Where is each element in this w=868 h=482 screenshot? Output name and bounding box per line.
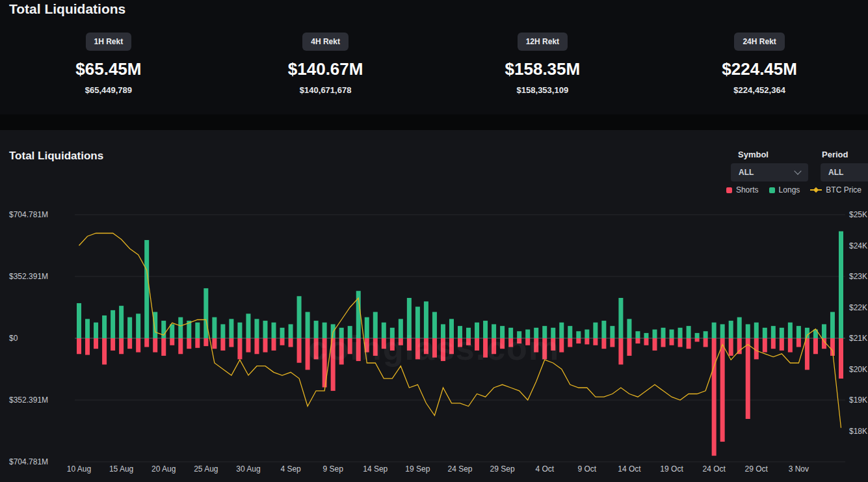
period-select-value: ALL <box>828 168 843 177</box>
chevron-down-icon <box>794 167 801 174</box>
svg-text:$23K: $23K <box>849 272 867 281</box>
legend-item-longs[interactable]: Longs <box>769 185 800 194</box>
stats-section: Total Liquidations 1H Rekt $65.45M $65,4… <box>0 0 868 114</box>
line-marker-icon <box>810 189 822 191</box>
svg-text:$25K: $25K <box>849 210 867 219</box>
legend-item-btc-price[interactable]: BTC Price <box>810 185 861 194</box>
stat-badge-12h: 12H Rekt <box>518 33 568 51</box>
svg-text:4 Sep: 4 Sep <box>280 464 301 474</box>
svg-text:$352.391M: $352.391M <box>9 272 48 281</box>
svg-text:$18K: $18K <box>849 427 867 436</box>
symbol-select-value: ALL <box>739 168 754 177</box>
svg-text:29 Oct: 29 Oct <box>745 464 769 474</box>
stat-card-12h: 12H Rekt $158.35M $158,353,109 <box>434 33 651 95</box>
stat-card-1h: 1H Rekt $65.45M $65,449,789 <box>0 33 217 95</box>
svg-text:20 Aug: 20 Aug <box>151 464 176 474</box>
svg-text:$24K: $24K <box>849 241 867 250</box>
stat-value-4h: $140.67M <box>217 59 434 79</box>
svg-text:24 Sep: 24 Sep <box>447 464 472 474</box>
stat-card-24h: 24H Rekt $224.45M $224,452,364 <box>651 33 868 95</box>
stat-value-1h: $65.45M <box>0 59 217 79</box>
svg-text:$20K: $20K <box>849 365 867 374</box>
svg-text:10 Aug: 10 Aug <box>67 464 91 474</box>
svg-text:14 Oct: 14 Oct <box>618 464 641 474</box>
stat-value-24h: $224.45M <box>651 59 868 79</box>
stat-badge-1h: 1H Rekt <box>86 33 132 51</box>
stat-badge-4h: 4H Rekt <box>302 33 349 51</box>
section-divider <box>0 114 868 130</box>
stat-value-12h: $158.35M <box>434 59 651 79</box>
svg-text:$19K: $19K <box>849 395 867 405</box>
svg-text:29 Sep: 29 Sep <box>490 464 515 474</box>
svg-text:$704.781M: $704.781M <box>9 457 48 466</box>
svg-text:$704.781M: $704.781M <box>9 210 48 219</box>
svg-text:30 Aug: 30 Aug <box>236 464 260 474</box>
svg-text:15 Aug: 15 Aug <box>109 464 133 474</box>
period-label: Period <box>822 150 848 159</box>
stat-exact-1h: $65,449,789 <box>0 85 217 95</box>
svg-text:$21K: $21K <box>849 334 867 343</box>
period-select[interactable]: ALL <box>821 163 868 181</box>
symbol-label: Symbol <box>738 150 769 159</box>
svg-text:19 Sep: 19 Sep <box>405 464 430 474</box>
svg-text:25 Aug: 25 Aug <box>194 464 218 474</box>
svg-text:$22K: $22K <box>849 303 867 312</box>
page-title: Total Liquidations <box>9 1 125 17</box>
dot-marker-icon <box>769 187 775 193</box>
svg-text:19 Oct: 19 Oct <box>660 464 683 474</box>
svg-text:$352.391M: $352.391M <box>9 395 48 405</box>
stat-exact-24h: $224,452,364 <box>651 85 868 95</box>
svg-text:4 Oct: 4 Oct <box>535 464 554 474</box>
svg-text:3 Nov: 3 Nov <box>789 464 809 474</box>
dot-marker-icon <box>726 187 732 193</box>
stat-badge-24h: 24H Rekt <box>734 33 784 51</box>
svg-text:9 Oct: 9 Oct <box>577 464 596 474</box>
stat-card-4h: 4H Rekt $140.67M $140,671,678 <box>217 33 434 95</box>
svg-text:14 Sep: 14 Sep <box>363 464 388 474</box>
svg-text:24 Oct: 24 Oct <box>702 464 726 474</box>
svg-text:9 Sep: 9 Sep <box>322 464 343 474</box>
stat-exact-4h: $140,671,678 <box>217 85 434 95</box>
chart-legend: ShortsLongsBTC Price <box>726 185 861 194</box>
chart-panel: Total Liquidations Symbol ALL Period ALL… <box>0 130 868 482</box>
stats-row: 1H Rekt $65.45M $65,449,789 4H Rekt $140… <box>0 33 868 95</box>
svg-text:$0: $0 <box>9 334 18 343</box>
stat-exact-12h: $158,353,109 <box>434 85 651 95</box>
liquidations-chart[interactable]: $704.781M$352.391M$0$352.391M$704.781M$2… <box>0 198 868 482</box>
legend-item-shorts[interactable]: Shorts <box>726 185 759 194</box>
chart-title: Total Liquidations <box>9 150 103 163</box>
symbol-select[interactable]: ALL <box>731 163 808 181</box>
